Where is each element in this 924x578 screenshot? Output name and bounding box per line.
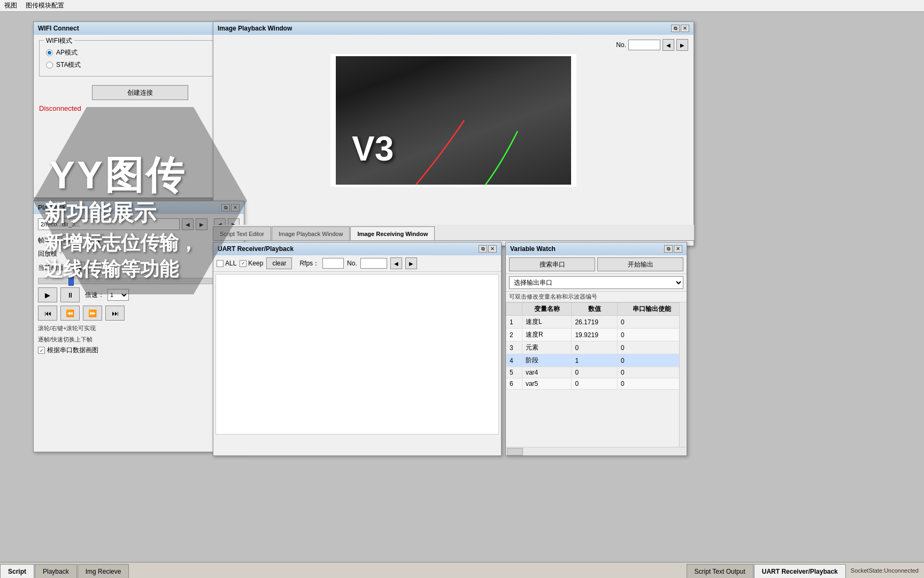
step-back-btn[interactable]: ⏪ — [60, 306, 80, 321]
table-row[interactable]: 2 速度R 19.9219 0 — [506, 329, 687, 341]
col-value: 数值 — [572, 303, 618, 316]
menu-config[interactable]: 图传模块配置 — [26, 1, 64, 10]
sta-mode-option[interactable]: STA模式 — [46, 60, 234, 70]
draw-from-serial-checkbox[interactable]: ✓ — [38, 347, 45, 354]
img-playback-title-bar[interactable]: Image Playback Window ⧉ ✕ — [213, 22, 694, 35]
no-input[interactable] — [628, 40, 660, 50]
path-prev-btn[interactable]: ◀ — [182, 218, 194, 230]
cell-enable: 0 — [618, 378, 687, 390]
goto-end-btn[interactable]: ⏭ — [105, 306, 125, 321]
tab-script-editor[interactable]: Script Text Editor — [213, 226, 271, 240]
table-row[interactable]: 4 阶段 1 0 — [506, 354, 687, 367]
uart-restore-btn[interactable]: ⧉ — [479, 245, 487, 253]
table-row[interactable]: 5 var4 0 0 — [506, 367, 687, 378]
varwatch-restore-btn[interactable]: ⧉ — [664, 245, 673, 253]
varwatch-controls: ⧉ ✕ — [664, 245, 682, 253]
table-row[interactable]: 3 元素 0 0 — [506, 341, 687, 354]
tips-line1: 滚轮/右键+滚轮可实现 — [38, 324, 240, 333]
cell-enable: 0 — [618, 341, 687, 354]
ap-mode-option[interactable]: AP模式 — [46, 48, 234, 57]
table-row[interactable]: 6 var5 0 0 — [506, 378, 687, 390]
frame-next-btn[interactable]: ▶ — [88, 262, 100, 273]
ap-mode-dot — [48, 51, 51, 55]
cell-index: 1 — [506, 316, 522, 329]
path-next-btn[interactable]: ▶ — [196, 218, 207, 230]
hscroll-thumb[interactable] — [507, 448, 523, 455]
progress-bar[interactable] — [38, 278, 240, 284]
playback-mode-row: 回放模 — [38, 249, 240, 258]
current-frame-label: 当前画面： — [38, 263, 70, 272]
tab-img-receiving[interactable]: Image Receiving Window — [350, 226, 435, 240]
play-btn[interactable]: ▶ — [38, 287, 57, 302]
no-bar: No. ◀ ▶ — [217, 38, 690, 52]
uart-no-prev[interactable]: ◀ — [390, 257, 402, 269]
pause-btn[interactable]: ⏸ — [60, 287, 80, 302]
rfps-input[interactable] — [322, 258, 344, 269]
connection-status: Disconnected — [39, 104, 241, 112]
playback-control-row-1: ▶ ⏸ 倍速： 1 2 4 — [38, 287, 240, 302]
step-forward-btn[interactable]: ⏩ — [83, 306, 102, 321]
playback-close-btn[interactable]: ✕ — [231, 204, 240, 211]
fps-label: 帧率： — [38, 236, 57, 245]
port-select[interactable]: 选择输出串口 — [509, 276, 683, 289]
rfps-label: Rfps： — [299, 259, 319, 268]
speed-label: 倍速： — [85, 291, 104, 300]
wifi-radio-group: AP模式 STA模式 — [46, 48, 234, 70]
all-checkbox[interactable] — [217, 260, 224, 267]
playback-title-text: Playback — [38, 204, 221, 211]
no-prev-btn[interactable]: ◀ — [663, 39, 674, 51]
btab-playback[interactable]: Playback — [35, 564, 77, 578]
playback-controls: ⧉ ✕ — [221, 204, 240, 211]
img-playback-close-btn[interactable]: ✕ — [681, 25, 689, 32]
road-image: V3 — [336, 56, 571, 185]
path-input[interactable] — [38, 218, 180, 230]
clear-button[interactable]: clear — [266, 257, 292, 269]
uart-title-text: UART Receiver/Playback — [218, 245, 479, 253]
btab-uart-receiver[interactable]: UART Receiver/Playback — [754, 564, 846, 578]
tips-line2: 逐帧/快速切换上下帧 — [38, 335, 240, 344]
img-playback-restore-btn[interactable]: ⧉ — [671, 25, 680, 32]
img-playback-title-text: Image Playback Window — [218, 25, 671, 32]
cell-value: 19.9219 — [572, 329, 618, 341]
sta-mode-radio[interactable] — [46, 62, 53, 69]
tab-img-playback[interactable]: Image Playback Window — [272, 226, 350, 240]
keep-checkbox-item: ✓ Keep — [240, 260, 263, 267]
goto-start-btn[interactable]: ⏮ — [38, 306, 57, 321]
start-output-button[interactable]: 开始输出 — [597, 257, 683, 271]
col-index — [506, 303, 522, 316]
main-tab-area: Script Text Editor Image Playback Window… — [213, 225, 694, 241]
img-playback-controls: ⧉ ✕ — [671, 25, 689, 32]
search-port-button[interactable]: 搜索串口 — [509, 257, 595, 271]
varwatch-close-btn[interactable]: ✕ — [674, 245, 682, 253]
btab-script-output[interactable]: Script Text Output — [687, 564, 753, 578]
btab-img-recieve[interactable]: Img Recieve — [78, 564, 129, 578]
speed-select[interactable]: 1 2 4 — [107, 289, 129, 301]
cell-name: var4 — [522, 367, 572, 378]
btab-script[interactable]: Script — [0, 564, 34, 578]
fps-input[interactable] — [61, 235, 88, 246]
no-label: No. — [616, 41, 626, 49]
frame-prev-btn[interactable]: ◀ — [73, 262, 85, 273]
col-name: 变量名称 — [522, 303, 572, 316]
no-next-btn[interactable]: ▶ — [676, 39, 688, 51]
create-connection-button[interactable]: 创建连接 — [92, 85, 188, 100]
keep-checkbox[interactable]: ✓ — [240, 260, 247, 267]
progress-thumb[interactable] — [68, 276, 74, 286]
cell-index: 4 — [506, 354, 522, 367]
ap-mode-radio[interactable] — [46, 49, 53, 56]
uart-title-bar[interactable]: UART Receiver/Playback ⧉ ✕ — [213, 242, 501, 255]
uart-display-area[interactable] — [215, 274, 499, 435]
uart-no-input[interactable] — [360, 258, 387, 269]
uart-no-next[interactable]: ▶ — [405, 257, 417, 269]
fps-up-btn[interactable]: ▲ — [93, 234, 104, 246]
playback-mode-label: 回放模 — [38, 249, 57, 258]
menu-view[interactable]: 视图 — [4, 1, 17, 10]
playback-restore-btn[interactable]: ⧉ — [221, 204, 230, 211]
varwatch-title-bar[interactable]: Variable Watch ⧉ ✕ — [506, 242, 687, 255]
var-table-scrollbar[interactable] — [679, 302, 687, 447]
table-row[interactable]: 1 速度L 26.1719 0 — [506, 316, 687, 329]
cell-value: 0 — [572, 378, 618, 390]
uart-close-btn[interactable]: ✕ — [488, 245, 497, 253]
var-table-hscrollbar[interactable] — [506, 447, 687, 455]
playback-title-bar[interactable]: Playback ⧉ ✕ — [34, 201, 244, 214]
